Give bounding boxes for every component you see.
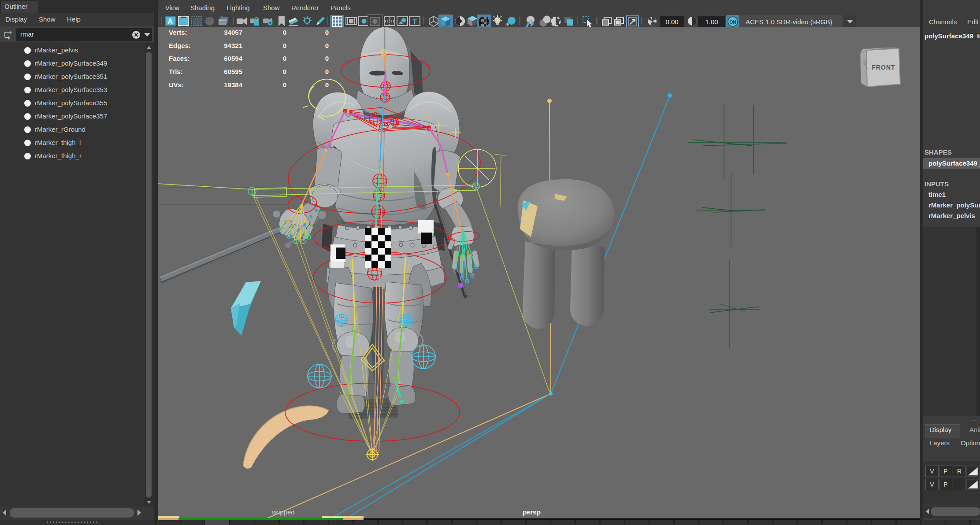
svg-text:UVs:: UVs:	[169, 81, 184, 89]
svg-text:0: 0	[283, 81, 286, 89]
svg-text:0: 0	[325, 29, 329, 36]
svg-text:0: 0	[283, 42, 286, 49]
svg-text:Tris:: Tris:	[169, 68, 183, 75]
svg-text:0: 0	[325, 55, 329, 62]
svg-text:34057: 34057	[224, 29, 242, 36]
svg-text:94321: 94321	[224, 42, 242, 49]
svg-text:60595: 60595	[224, 68, 242, 75]
svg-text:1.00: 1.00	[705, 18, 718, 26]
svg-text:0: 0	[283, 55, 286, 62]
svg-text:19384: 19384	[224, 81, 242, 89]
svg-text:60594: 60594	[224, 55, 242, 62]
svg-text:Faces:: Faces:	[169, 55, 190, 62]
svg-text:0: 0	[283, 29, 286, 36]
svg-text:0: 0	[325, 68, 329, 75]
svg-text:T: T	[412, 18, 416, 25]
svg-text:ACES 1.0 SDR-video (sRGB): ACES 1.0 SDR-video (sRGB)	[746, 18, 832, 26]
svg-text:Edges:: Edges:	[169, 42, 191, 49]
svg-text:skipped: skipped	[272, 508, 295, 516]
svg-text:FRONT: FRONT	[872, 64, 895, 71]
svg-text:persp: persp	[523, 508, 541, 516]
svg-text:0: 0	[325, 42, 329, 49]
svg-text:0.00: 0.00	[665, 18, 678, 26]
svg-text:0: 0	[325, 81, 329, 89]
svg-text:0: 0	[283, 68, 286, 75]
svg-text:Verts:: Verts:	[169, 29, 187, 36]
svg-text:A: A	[167, 18, 173, 25]
svg-text:ON: ON	[730, 20, 736, 25]
